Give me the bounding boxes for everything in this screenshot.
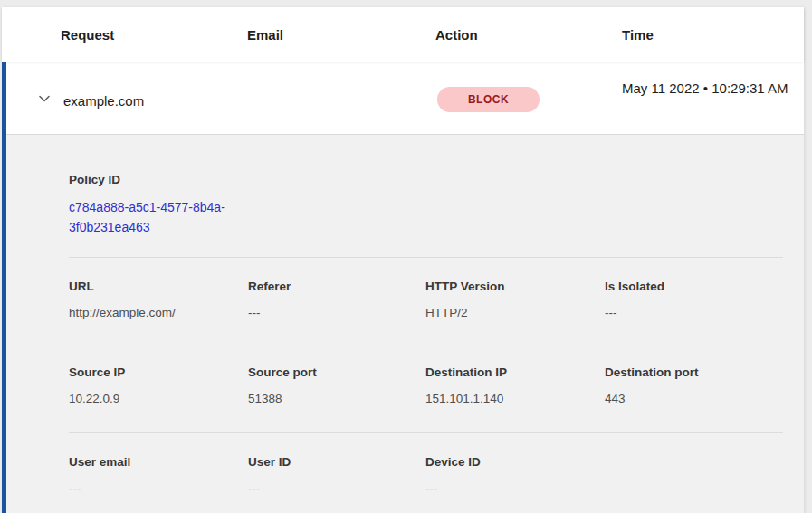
- field-value-is-isolated: ---: [605, 305, 779, 321]
- detail-field-source-ip: Source IP 10.22.0.9: [69, 365, 243, 407]
- field-label-device-id: Device ID: [425, 454, 599, 470]
- field-value-http-version: HTTP/2: [425, 305, 599, 321]
- detail-field-user-id: User ID ---: [248, 454, 422, 497]
- table-header: Request Email Action Time: [2, 7, 804, 62]
- field-label-destination-ip: Destination IP: [425, 365, 599, 381]
- row-request-value: example.com: [63, 92, 144, 110]
- detail-field-is-isolated: Is Isolated ---: [605, 279, 779, 321]
- field-label-source-port: Source port: [248, 365, 422, 381]
- field-value-destination-ip: 151.101.1.140: [425, 391, 599, 407]
- column-header-request: Request: [61, 7, 114, 62]
- field-value-url: http://example.com/: [69, 305, 243, 321]
- log-row[interactable]: example.com BLOCK May 11 2022 • 10:29:31…: [2, 62, 804, 134]
- field-label-user-id: User ID: [248, 454, 422, 470]
- field-value-source-port: 51388: [248, 391, 422, 407]
- field-value-device-id: ---: [425, 480, 599, 497]
- row-time-value: May 11 2022 • 10:29:31 AM: [622, 78, 796, 100]
- field-label-policy-id: Policy ID: [69, 172, 243, 188]
- action-block-badge: BLOCK: [437, 87, 540, 112]
- field-label-url: URL: [69, 279, 243, 295]
- detail-field-referer: Referer ---: [248, 279, 422, 321]
- detail-field-http-version: HTTP Version HTTP/2: [425, 279, 599, 321]
- logs-table: Request Email Action Time example.com BL…: [2, 7, 804, 513]
- field-label-is-isolated: Is Isolated: [605, 279, 779, 295]
- column-header-action: Action: [435, 7, 478, 62]
- column-header-email: Email: [247, 7, 283, 62]
- detail-field-user-email: User email ---: [69, 454, 243, 497]
- expanded-row-accent-stripe: [2, 62, 6, 513]
- policy-id-link[interactable]: c784a888-a5c1-4577-8b4a-3f0b231ea463: [69, 197, 246, 237]
- detail-field-device-id: Device ID ---: [425, 454, 599, 497]
- details-divider: [69, 432, 783, 433]
- field-label-source-ip: Source IP: [69, 365, 243, 381]
- detail-field-policy-id: Policy ID c784a888-a5c1-4577-8b4a-3f0b23…: [69, 172, 243, 237]
- field-label-user-email: User email: [69, 454, 243, 470]
- field-value-source-ip: 10.22.0.9: [69, 391, 243, 407]
- detail-field-destination-ip: Destination IP 151.101.1.140: [425, 365, 599, 407]
- field-value-destination-port: 443: [605, 391, 779, 407]
- field-label-destination-port: Destination port: [605, 365, 779, 381]
- field-value-user-id: ---: [248, 480, 422, 497]
- details-divider: [69, 257, 783, 258]
- detail-field-url: URL http://example.com/: [69, 279, 243, 321]
- field-value-user-email: ---: [69, 480, 243, 497]
- field-label-referer: Referer: [248, 279, 422, 295]
- log-row-group: example.com BLOCK May 11 2022 • 10:29:31…: [2, 62, 804, 513]
- chevron-down-icon: [36, 90, 53, 107]
- column-header-time: Time: [622, 7, 654, 62]
- row-details-panel: Policy ID c784a888-a5c1-4577-8b4a-3f0b23…: [2, 134, 804, 513]
- detail-field-source-port: Source port 51388: [248, 365, 422, 407]
- collapse-row-button[interactable]: [33, 87, 56, 110]
- field-label-http-version: HTTP Version: [425, 279, 599, 295]
- gateway-logs-screen: Request Email Action Time example.com BL…: [0, 0, 812, 513]
- field-value-referer: ---: [248, 305, 422, 321]
- detail-field-destination-port: Destination port 443: [605, 365, 779, 407]
